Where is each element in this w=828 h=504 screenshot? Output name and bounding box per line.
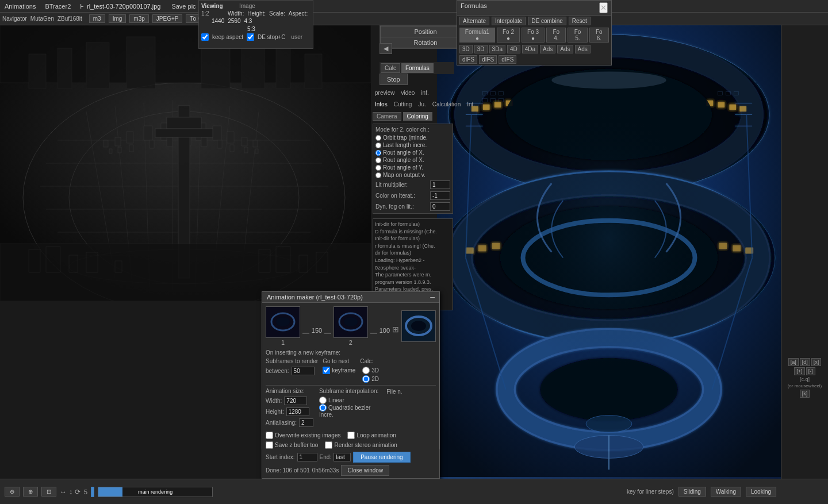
muta-gen-label[interactable]: MutaGen: [30, 16, 54, 22]
int-tab[interactable]: Int.: [465, 101, 477, 108]
zoom-in-btn[interactable]: ⊕: [23, 487, 38, 497]
alternate-btn[interactable]: Alternate: [459, 17, 489, 25]
fo3-btn[interactable]: Fo 3 ●: [522, 28, 545, 43]
formulas-panel: Formulas ✕ Alternate Interpolate DE comb…: [457, 0, 612, 66]
nav-icon-1[interactable]: ↔: [60, 488, 67, 496]
calculation-tab[interactable]: Calculation: [430, 101, 463, 108]
animation-render-controls: Start index: End: Pause rendering Done: …: [262, 449, 440, 479]
keyframe-1-thumb[interactable]: [266, 306, 300, 338]
camera-tab[interactable]: Camera: [373, 112, 401, 121]
video-tab[interactable]: video: [398, 89, 417, 97]
key-a: [a]: [788, 358, 799, 366]
zoom-fit-btn[interactable]: ⊡: [41, 487, 56, 497]
formulas-title-text: Formulas: [461, 2, 487, 13]
keep-aspect-check[interactable]: [201, 33, 209, 41]
lit-mult-input[interactable]: 1: [430, 180, 450, 189]
svg-rect-56: [115, 261, 122, 272]
sliding-btn[interactable]: Sliding: [678, 487, 706, 497]
antialias-input[interactable]: [299, 418, 313, 427]
dim-3d-2[interactable]: 3D: [474, 45, 488, 53]
close-window-btn[interactable]: Close window: [341, 465, 389, 476]
btn-img[interactable]: Img: [109, 14, 126, 23]
pause-render-btn[interactable]: Pause rendering: [353, 452, 410, 463]
dim-4da[interactable]: 4Da: [522, 45, 538, 53]
save-z-check[interactable]: [266, 441, 273, 449]
zoom-out-btn[interactable]: ⊖: [5, 487, 20, 497]
de-stop-check[interactable]: [247, 33, 254, 41]
svg-rect-48: [241, 43, 264, 89]
rout-x2-radio[interactable]: [375, 157, 381, 163]
cutting-tab[interactable]: Cutting: [392, 101, 415, 108]
dim-3da[interactable]: 3Da: [489, 45, 505, 53]
quadratic-radio[interactable]: [319, 404, 327, 411]
rout-y-radio[interactable]: [375, 165, 381, 171]
anim-width-input[interactable]: [284, 397, 307, 405]
infos-tab[interactable]: Infos: [373, 101, 390, 108]
fo6-btn[interactable]: Fo 6.: [589, 28, 609, 43]
dim-4d[interactable]: 4D: [507, 45, 520, 53]
orbit-trap-radio[interactable]: [375, 135, 381, 141]
inf-tab[interactable]: inf.: [419, 89, 431, 97]
between-input[interactable]: [292, 367, 315, 375]
calc-3d-label: 3D: [371, 367, 379, 374]
start-index-input[interactable]: [297, 453, 317, 461]
fo5-btn[interactable]: Fo 5.: [568, 28, 587, 43]
anim-title-dash[interactable]: ─: [430, 294, 435, 301]
dim-ads-2[interactable]: Ads: [557, 45, 573, 53]
nav-icon-2[interactable]: ↕: [69, 488, 72, 496]
ju-tab[interactable]: Ju.: [416, 101, 428, 108]
walking-btn[interactable]: Walking: [711, 487, 741, 497]
nav-icon-3[interactable]: ⟳: [75, 488, 80, 496]
anim-height-input[interactable]: [286, 407, 309, 416]
dim-difs-3[interactable]: dIFS: [499, 55, 516, 64]
reset-btn[interactable]: Reset: [569, 17, 591, 25]
keyframe-2-thumb[interactable]: [334, 306, 368, 338]
formulas-close-btn[interactable]: ✕: [599, 2, 608, 13]
end-input[interactable]: [334, 453, 351, 461]
dim-difs-1[interactable]: dIFS: [459, 55, 477, 64]
formulas-tab[interactable]: Formulas: [401, 63, 434, 73]
formula1-btn[interactable]: Formula1 ●: [459, 28, 495, 43]
btn-m3[interactable]: m3: [89, 14, 105, 23]
linear-radio[interactable]: [319, 397, 327, 404]
de-combine-btn[interactable]: DE combine: [528, 17, 566, 25]
stop-button[interactable]: Stop: [379, 74, 408, 85]
progress-text: main rendering: [138, 489, 172, 495]
zbuf-label[interactable]: ZBuf168it: [57, 16, 82, 22]
looking-btn[interactable]: Looking: [746, 487, 776, 497]
calc-3d-radio[interactable]: [362, 367, 370, 374]
btn-m3p[interactable]: m3p: [129, 14, 148, 23]
menu-save-pic[interactable]: Save pic: [169, 2, 198, 11]
dim-ads-3[interactable]: Ads: [575, 45, 591, 53]
keyframe-last-thumb[interactable]: [401, 310, 436, 342]
keyframe-goto-check[interactable]: [323, 367, 330, 374]
dim-3d-1[interactable]: 3D: [459, 45, 473, 53]
stereo-check[interactable]: [325, 441, 332, 449]
calc-2d-radio[interactable]: [362, 375, 370, 383]
overwrite-check[interactable]: [266, 432, 273, 439]
coloring-tab[interactable]: Coloring: [403, 112, 432, 121]
add-keyframe-btn[interactable]: ⊞: [392, 325, 399, 334]
back-btn[interactable]: ◀: [379, 43, 392, 54]
dim-difs-2[interactable]: dIFS: [479, 55, 497, 64]
fo4-btn[interactable]: Fo 4.: [546, 28, 566, 43]
liner-steps-hint: key for liner steps): [627, 488, 674, 495]
btn-jpeg[interactable]: JPEG+P: [152, 14, 183, 23]
rout-x1-radio[interactable]: [375, 150, 381, 156]
loop-check[interactable]: [347, 432, 355, 439]
color-iterat-input[interactable]: [430, 191, 450, 200]
map-output-radio[interactable]: [375, 172, 381, 178]
calc-tab[interactable]: Calc: [381, 63, 400, 73]
last-length-radio[interactable]: [375, 143, 381, 148]
nav-label[interactable]: Navigator: [2, 16, 27, 22]
keyframe-2-num: 2: [349, 339, 352, 346]
dim-ads-1[interactable]: Ads: [540, 45, 555, 53]
fo2-btn[interactable]: Fo 2 ●: [497, 28, 520, 43]
menu-btracer2[interactable]: BTracer2: [43, 2, 73, 11]
interpolate-btn[interactable]: Interpolate: [492, 17, 526, 25]
dyn-fog-input[interactable]: [430, 202, 450, 211]
preview-tab[interactable]: preview: [373, 89, 397, 97]
progress-fill: [98, 487, 122, 497]
key-plus: [+]: [794, 367, 804, 375]
menu-animations[interactable]: Animations: [2, 2, 38, 11]
